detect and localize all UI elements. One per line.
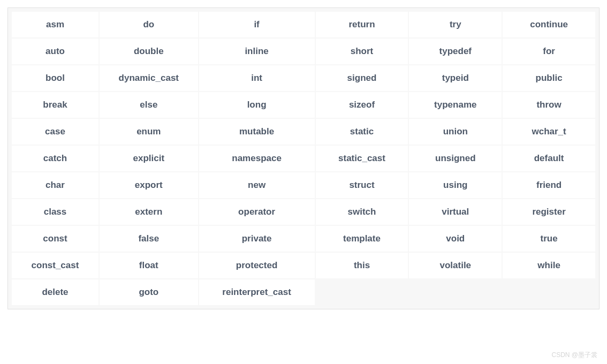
table-cell: typename xyxy=(409,92,502,118)
table-cell: if xyxy=(199,12,315,37)
table-cell: break xyxy=(12,92,98,118)
table-row: constfalseprivatetemplatevoidtrue xyxy=(12,226,595,252)
table-row: asmdoifreturntrycontinue xyxy=(12,12,595,37)
table-row: classexternoperatorswitchvirtualregister xyxy=(12,199,595,225)
table-cell: asm xyxy=(12,12,98,37)
table-cell: export xyxy=(100,172,198,198)
table-cell: class xyxy=(12,199,98,225)
table-cell: volatile xyxy=(409,253,502,278)
table-row: autodoubleinlineshorttypedeffor xyxy=(12,39,595,64)
table-cell: union xyxy=(409,119,502,145)
table-cell: private xyxy=(199,226,315,252)
table-row: const_castfloatprotectedthisvolatilewhil… xyxy=(12,253,595,278)
table-cell: float xyxy=(100,253,198,278)
table-cell: inline xyxy=(199,39,315,64)
table-cell xyxy=(409,279,502,305)
table-cell: do xyxy=(100,12,198,37)
table-row: catchexplicitnamespacestatic_castunsigne… xyxy=(12,146,595,171)
table-cell: unsigned xyxy=(409,146,502,171)
table-cell: static xyxy=(316,119,408,145)
table-cell: this xyxy=(316,253,408,278)
table-cell: false xyxy=(100,226,198,252)
table-row: caseenummutablestaticunionwchar_t xyxy=(12,119,595,145)
table-row: deletegotoreinterpret_cast xyxy=(12,279,595,305)
table-cell: template xyxy=(316,226,408,252)
table-cell: throw xyxy=(503,92,595,118)
table-cell: sizeof xyxy=(316,92,408,118)
table-cell: virtual xyxy=(409,199,502,225)
table-cell: using xyxy=(409,172,502,198)
table-cell: typedef xyxy=(409,39,502,64)
table-cell: namespace xyxy=(199,146,315,171)
table-cell: enum xyxy=(100,119,198,145)
table-cell: static_cast xyxy=(316,146,408,171)
table-cell: char xyxy=(12,172,98,198)
table-cell: void xyxy=(409,226,502,252)
table-cell: operator xyxy=(199,199,315,225)
table-cell: case xyxy=(12,119,98,145)
table-cell: continue xyxy=(503,12,595,37)
table-cell: bool xyxy=(12,65,98,91)
keywords-table: asmdoifreturntrycontinueautodoubleinline… xyxy=(11,11,596,306)
table-cell: dynamic_cast xyxy=(100,65,198,91)
table-cell: short xyxy=(316,39,408,64)
table-cell: extern xyxy=(100,199,198,225)
table-cell: default xyxy=(503,146,595,171)
table-cell: true xyxy=(503,226,595,252)
table-cell: const_cast xyxy=(12,253,98,278)
table-cell: for xyxy=(503,39,595,64)
table-cell: int xyxy=(199,65,315,91)
table-cell: typeid xyxy=(409,65,502,91)
table-cell: wchar_t xyxy=(503,119,595,145)
keywords-table-wrapper: asmdoifreturntrycontinueautodoubleinline… xyxy=(7,7,600,309)
table-cell: goto xyxy=(100,279,198,305)
table-cell: auto xyxy=(12,39,98,64)
table-cell: struct xyxy=(316,172,408,198)
table-cell: new xyxy=(199,172,315,198)
table-cell: else xyxy=(100,92,198,118)
table-cell: try xyxy=(409,12,502,37)
table-cell: friend xyxy=(503,172,595,198)
table-cell: while xyxy=(503,253,595,278)
table-cell xyxy=(503,279,595,305)
table-cell: return xyxy=(316,12,408,37)
table-cell: long xyxy=(199,92,315,118)
table-row: breakelselongsizeoftypenamethrow xyxy=(12,92,595,118)
table-cell: double xyxy=(100,39,198,64)
table-cell: public xyxy=(503,65,595,91)
table-cell: switch xyxy=(316,199,408,225)
table-cell: signed xyxy=(316,65,408,91)
table-row: booldynamic_castintsignedtypeidpublic xyxy=(12,65,595,91)
table-cell: const xyxy=(12,226,98,252)
table-cell: mutable xyxy=(199,119,315,145)
table-cell xyxy=(316,279,408,305)
table-cell: delete xyxy=(12,279,98,305)
table-cell: catch xyxy=(12,146,98,171)
table-cell: reinterpret_cast xyxy=(199,279,315,305)
table-row: charexportnewstructusingfriend xyxy=(12,172,595,198)
table-cell: protected xyxy=(199,253,315,278)
table-cell: register xyxy=(503,199,595,225)
table-cell: explicit xyxy=(100,146,198,171)
